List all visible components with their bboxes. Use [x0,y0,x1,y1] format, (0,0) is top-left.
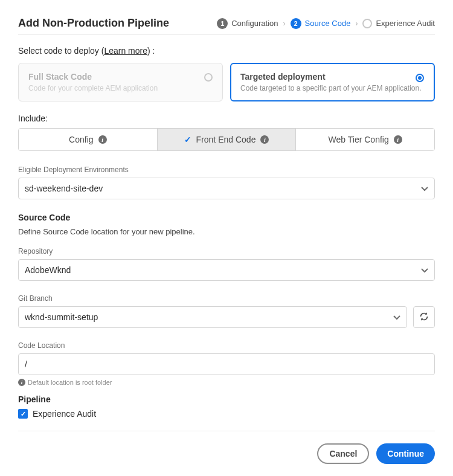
card-title: Full Stack Code [28,72,213,82]
step-num-icon: 2 [291,18,301,29]
step-num-icon: 1 [217,18,228,29]
step-label: Configuration [231,19,278,28]
chevron-down-icon [421,184,428,193]
env-select[interactable]: sd-weekend-site-dev [18,178,435,199]
radio-unselected-icon [204,73,213,82]
chevron-right-icon: › [355,19,358,28]
include-segmented-control: Config i ✓ Front End Code i Web Tier Con… [18,128,435,151]
include-config[interactable]: Config i [19,129,157,150]
step-configuration[interactable]: 1 Configuration [217,18,278,29]
info-icon: i [18,379,25,386]
code-location-input[interactable]: / [18,353,435,375]
include-front-end-code[interactable]: ✓ Front End Code i [157,129,296,150]
code-location-hint: i Default location is root folder [18,379,435,386]
chevron-down-icon [421,265,428,275]
repo-select[interactable]: AdobeWknd [18,259,435,281]
select-code-prompt: Select code to deploy (Learn more) : [18,46,435,56]
card-title: Targeted deployment [240,72,425,82]
chevron-right-icon: › [283,19,286,28]
chevron-down-icon [393,312,400,322]
include-label: Include: [18,114,435,123]
info-icon[interactable]: i [260,135,269,144]
experience-audit-checkbox[interactable]: ✓ [18,409,28,419]
refresh-button[interactable] [413,306,435,328]
repo-label: Repository [18,247,435,256]
divider [18,34,435,35]
radio-selected-icon [416,74,424,82]
page-title: Add Non-Production Pipeline [18,17,169,30]
branch-select[interactable]: wknd-summit-setup [18,306,407,328]
pipeline-title: Pipeline [18,394,435,404]
env-label: Eligible Deployment Environments [18,166,435,174]
include-web-tier-config[interactable]: Web Tier Config i [295,129,434,150]
source-code-desc: Define Source Code location for your new… [18,227,435,236]
code-location-label: Code Location [18,341,435,350]
option-full-stack-code[interactable]: Full Stack Code Code for your complete A… [18,63,223,101]
option-targeted-deployment[interactable]: Targeted deployment Code targeted to a s… [230,63,435,101]
card-desc: Code targeted to a specific part of your… [240,84,425,92]
continue-button[interactable]: Continue [376,443,435,464]
check-icon: ✓ [184,135,191,144]
step-label: Experience Audit [376,19,435,28]
card-desc: Code for your complete AEM application [28,84,213,92]
wizard-steps: 1 Configuration › 2 Source Code › Experi… [217,18,435,29]
step-experience-audit[interactable]: Experience Audit [362,19,435,28]
source-code-title: Source Code [18,213,435,222]
branch-label: Git Branch [18,294,435,303]
info-icon[interactable]: i [98,135,107,144]
step-empty-icon [362,19,372,28]
step-label: Source Code [305,19,351,28]
divider [18,431,435,431]
cancel-button[interactable]: Cancel [317,443,369,464]
experience-audit-label: Experience Audit [33,409,96,419]
learn-more-link[interactable]: Learn more [104,46,147,56]
refresh-icon [419,312,429,323]
info-icon[interactable]: i [394,135,402,144]
step-source-code[interactable]: 2 Source Code [291,18,351,29]
